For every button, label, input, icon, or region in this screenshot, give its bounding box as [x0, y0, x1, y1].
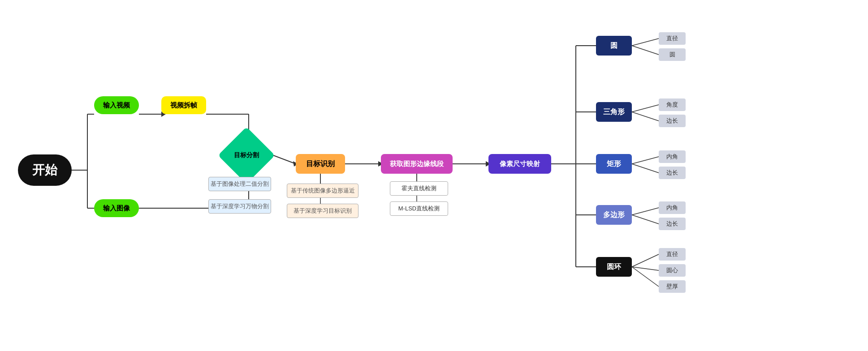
- seg-sub2-label: 基于深度学习万物分割: [211, 202, 269, 210]
- prop-rect-2-node: 边长: [659, 167, 686, 179]
- split-frame-node: 视频拆帧: [161, 96, 206, 114]
- prop-ring-1-node: 直径: [659, 248, 686, 261]
- circle-shape-label: 圆: [610, 41, 618, 51]
- svg-line-45: [632, 254, 659, 267]
- seg-sub1-node: 基于图像处理二值分割: [208, 177, 271, 191]
- edge-sub1-label: 霍夫直线检测: [402, 184, 436, 193]
- edge-sub2-node: M-LSD直线检测: [390, 201, 448, 216]
- svg-line-12: [273, 155, 296, 164]
- prop-poly-2-node: 边长: [659, 218, 686, 230]
- prop-poly-1-label: 内角: [666, 204, 678, 212]
- svg-line-40: [632, 112, 659, 121]
- prop-rect-1-label: 内角: [666, 153, 678, 161]
- svg-line-47: [632, 267, 659, 287]
- split-frame-label: 视频拆帧: [170, 101, 197, 110]
- prop-circle-2-node: 圆: [659, 48, 686, 61]
- prop-ring-3-node: 壁厚: [659, 280, 686, 293]
- pixel-label: 像素尺寸映射: [500, 160, 540, 168]
- recog-node: 目标识别: [296, 154, 345, 174]
- svg-line-44: [632, 215, 659, 224]
- recog-sub2-label: 基于深度学习目标识别: [294, 207, 352, 215]
- ring-shape-node: 圆环: [596, 257, 632, 277]
- edge-node: 获取图形边缘线段: [381, 154, 453, 174]
- svg-line-37: [632, 39, 659, 46]
- prop-tri-2-label: 边长: [666, 117, 678, 125]
- prop-circle-1-label: 直径: [666, 34, 678, 43]
- recog-sub1-node: 基于传统图像多边形逼近: [287, 184, 358, 198]
- start-label: 开始: [32, 162, 57, 179]
- prop-ring-2-label: 圆心: [666, 266, 678, 274]
- edge-sub1-node: 霍夫直线检测: [390, 181, 448, 196]
- triangle-shape-label: 三角形: [603, 107, 625, 117]
- prop-ring-1-label: 直径: [666, 250, 678, 258]
- prop-ring-3-label: 壁厚: [666, 283, 678, 291]
- seg-sub1-label: 基于图像处理二值分割: [211, 180, 269, 188]
- input-video-node: 输入视频: [94, 96, 139, 114]
- input-video-label: 输入视频: [103, 101, 130, 110]
- recog-sub1-label: 基于传统图像多边形逼近: [291, 187, 355, 195]
- polygon-shape-node: 多边形: [596, 205, 632, 225]
- circle-shape-node: 圆: [596, 36, 632, 56]
- svg-line-38: [632, 46, 659, 55]
- rect-shape-label: 矩形: [607, 159, 621, 169]
- recog-sub2-node: 基于深度学习目标识别: [287, 204, 358, 218]
- prop-tri-1-node: 角度: [659, 98, 686, 111]
- polygon-shape-label: 多边形: [603, 210, 625, 220]
- seg-node: 目标分割: [220, 135, 273, 176]
- prop-ring-2-node: 圆心: [659, 264, 686, 277]
- edge-sub2-label: M-LSD直线检测: [398, 205, 440, 213]
- prop-poly-2-label: 边长: [666, 220, 678, 228]
- ring-shape-label: 圆环: [607, 262, 621, 272]
- prop-rect-2-label: 边长: [666, 169, 678, 177]
- svg-line-39: [632, 105, 659, 112]
- prop-tri-1-label: 角度: [666, 101, 678, 109]
- svg-line-46: [632, 267, 659, 270]
- rect-shape-node: 矩形: [596, 154, 632, 174]
- input-image-label: 输入图像: [103, 204, 130, 213]
- prop-poly-1-node: 内角: [659, 201, 686, 214]
- recog-label: 目标识别: [306, 159, 335, 169]
- prop-rect-1-node: 内角: [659, 150, 686, 163]
- prop-circle-1-node: 直径: [659, 32, 686, 45]
- svg-line-42: [632, 164, 659, 173]
- svg-line-43: [632, 208, 659, 215]
- seg-label: 目标分割: [220, 135, 273, 176]
- seg-sub2-node: 基于深度学习万物分割: [208, 199, 271, 214]
- pixel-node: 像素尺寸映射: [488, 154, 551, 174]
- prop-circle-2-label: 圆: [669, 51, 675, 59]
- svg-line-41: [632, 157, 659, 164]
- input-image-node: 输入图像: [94, 199, 139, 217]
- start-node: 开始: [18, 154, 72, 186]
- edge-label: 获取图形边缘线段: [390, 160, 444, 168]
- triangle-shape-node: 三角形: [596, 102, 632, 122]
- prop-tri-2-node: 边长: [659, 115, 686, 127]
